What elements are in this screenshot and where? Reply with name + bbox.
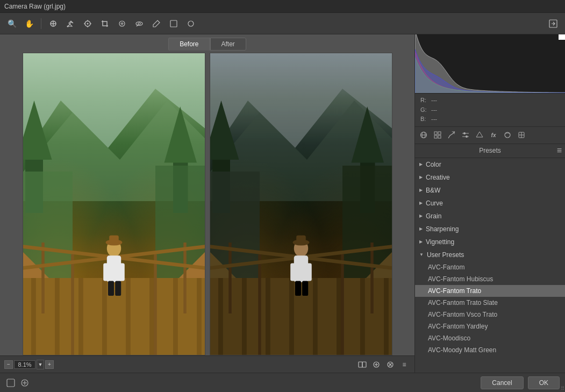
svg-rect-63	[313, 278, 318, 355]
export-button[interactable]	[546, 16, 561, 31]
preset-item[interactable]: AVC-Fantom Yardley	[415, 320, 565, 332]
svg-rect-46	[108, 281, 114, 296]
presets-menu-button[interactable]: ≡	[557, 146, 562, 155]
preset-item[interactable]: AVC-Fantom Trato Slate	[415, 297, 565, 309]
action-bar-right: Cancel OK	[481, 376, 560, 389]
svg-rect-47	[115, 281, 121, 296]
preset-group-color: ▶Color	[415, 158, 565, 171]
panel-icon-lens[interactable]	[501, 129, 514, 141]
preset-triangle-icon: ▶	[419, 201, 423, 205]
canvas-bottom-right: ≡	[356, 359, 410, 370]
preset-item[interactable]: AVC-Fantom Vsco Trato	[415, 309, 565, 320]
svg-rect-14	[170, 20, 177, 27]
svg-rect-96	[434, 136, 437, 138]
presets-panel: Presets ≡ ▶Color▶Creative▶B&W▶Curve▶Grai…	[415, 144, 565, 373]
panel-icon-grid[interactable]	[431, 129, 444, 141]
white-balance-tool[interactable]	[46, 16, 61, 31]
svg-rect-44	[103, 263, 113, 281]
panel-icon-fx[interactable]: fx	[487, 129, 500, 141]
preset-group-sharpening: ▶Sharpening	[415, 223, 565, 236]
graduated-filter-tool[interactable]	[166, 16, 181, 31]
zoom-tool[interactable]: 🔍	[4, 16, 19, 31]
targeted-adjustment-tool[interactable]	[80, 16, 95, 31]
panel-icon-globe[interactable]	[417, 129, 430, 141]
preset-group-bw: ▶B&W	[415, 184, 565, 197]
color-sampler-tool[interactable]	[63, 16, 78, 31]
r-value: ---	[431, 96, 437, 105]
canvas-bottom-btn-3[interactable]	[384, 359, 396, 370]
preset-item[interactable]: AVC-Moody Matt Green	[415, 344, 565, 356]
healing-tool[interactable]	[115, 16, 130, 31]
toolbar: 🔍 ✋	[0, 13, 565, 34]
adjustment-brush-tool[interactable]	[149, 16, 164, 31]
svg-rect-26	[31, 278, 36, 355]
preset-triangle-icon: ▶	[419, 213, 423, 218]
preset-group-header-color[interactable]: ▶Color	[415, 158, 565, 171]
before-image	[23, 53, 205, 355]
preset-group-label: Curve	[426, 199, 443, 207]
svg-rect-82	[296, 236, 306, 244]
preset-group-header-grain[interactable]: ▶Grain	[415, 210, 565, 223]
preset-item[interactable]: AVC-Fantom Trato	[415, 285, 565, 297]
toolbar-right	[546, 16, 561, 31]
preset-group-header-vignetting[interactable]: ▶Vignetting	[415, 236, 565, 248]
svg-point-3	[67, 25, 69, 27]
svg-rect-83	[359, 362, 362, 367]
crop-tool[interactable]	[97, 16, 112, 31]
presets-list[interactable]: ▶Color▶Creative▶B&W▶Curve▶Grain▶Sharpeni…	[415, 158, 565, 373]
r-label: R:	[420, 96, 428, 105]
preset-group-header-creative[interactable]: ▶Creative	[415, 171, 565, 184]
canvas-bottom-btn-1[interactable]	[356, 359, 368, 370]
svg-rect-62	[289, 278, 294, 355]
radial-filter-tool[interactable]	[183, 16, 198, 31]
preset-triangle-icon: ▶	[419, 162, 423, 167]
ok-button[interactable]: OK	[528, 376, 560, 389]
after-tab[interactable]: After	[210, 38, 246, 51]
preset-group-header-bw[interactable]: ▶B&W	[415, 184, 565, 197]
canvas-bottom-btn-4[interactable]: ≡	[398, 359, 410, 370]
zoom-plus-button[interactable]: +	[45, 360, 54, 369]
title-bar: Camera Raw (grl.jpg)	[0, 0, 565, 13]
preset-group-grain: ▶Grain	[415, 210, 565, 223]
right-panel: R: --- G: --- B: ---	[414, 34, 565, 373]
svg-rect-61	[266, 278, 270, 355]
resize-handle[interactable]: ⠿	[559, 386, 565, 392]
panel-icon-curves[interactable]	[445, 129, 458, 141]
panel-icon-hsl[interactable]	[473, 129, 486, 141]
action-icon-2[interactable]	[19, 377, 30, 388]
preset-group-header-sharpening[interactable]: ▶Sharpening	[415, 223, 565, 236]
action-bar-left	[5, 377, 30, 388]
svg-rect-64	[337, 278, 341, 355]
preset-item[interactable]: AVC-Moodisco	[415, 332, 565, 344]
before-tab[interactable]: Before	[168, 38, 210, 51]
rgb-values: R: --- G: --- B: ---	[415, 94, 565, 127]
panel-icon-calibrate[interactable]	[515, 129, 528, 141]
preset-item[interactable]: AVC-Fantom	[415, 261, 565, 273]
preset-item[interactable]: AVC-Fantom Hubiscus	[415, 273, 565, 285]
hand-tool[interactable]: ✋	[22, 16, 37, 31]
cancel-button[interactable]: Cancel	[481, 376, 523, 389]
svg-rect-29	[102, 278, 107, 355]
after-panel	[210, 53, 392, 355]
panel-icon-sliders[interactable]	[459, 129, 472, 141]
svg-rect-95	[438, 132, 441, 134]
zoom-value-display: 8.1%	[14, 360, 35, 369]
b-label: B:	[420, 115, 428, 124]
tool-separator-1	[41, 18, 41, 29]
zoom-dropdown-button[interactable]: ▼	[37, 360, 44, 369]
zoom-minus-button[interactable]: −	[4, 360, 13, 369]
preset-group-label: Grain	[426, 212, 441, 220]
red-eye-tool[interactable]	[132, 16, 147, 31]
svg-rect-79	[295, 281, 301, 296]
preset-group-header-userpresets[interactable]: ▼User Presets	[415, 248, 565, 261]
r-value-row: R: ---	[420, 96, 560, 105]
preset-triangle-icon: ▶	[419, 226, 423, 231]
g-value-row: G: ---	[420, 105, 560, 115]
preset-group-header-curve[interactable]: ▶Curve	[415, 197, 565, 210]
canvas-bottom-btn-2[interactable]	[370, 359, 382, 370]
svg-rect-33	[197, 278, 202, 355]
svg-rect-28	[78, 278, 83, 355]
action-icon-1[interactable]	[5, 377, 16, 388]
panel-icons-bar: fx	[415, 127, 565, 144]
canvas-bottom-bar: − 8.1% ▼ + ≡	[0, 355, 414, 373]
